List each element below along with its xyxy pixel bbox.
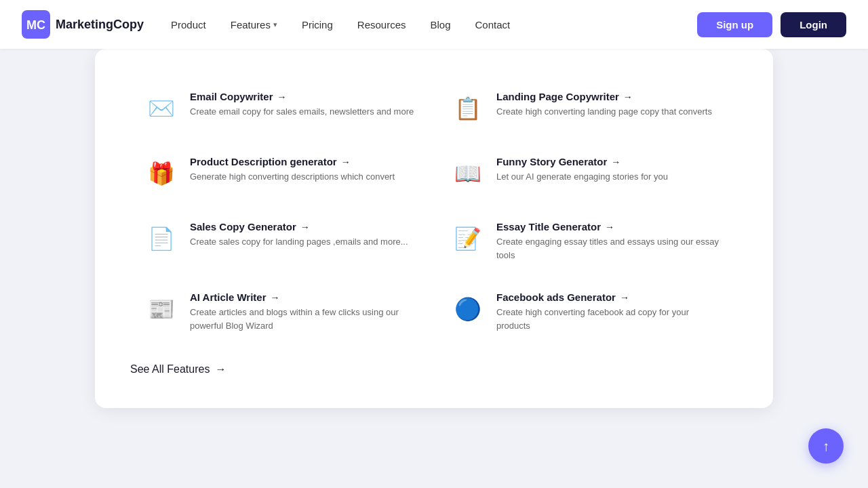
arrow-icon-4: → bbox=[300, 222, 310, 232]
logo-text: MarketingCopy bbox=[56, 18, 144, 32]
chevron-down-icon: ▾ bbox=[273, 20, 277, 29]
feature-item[interactable]: 📄 Sales Copy Generator → Create sales co… bbox=[127, 206, 434, 277]
arrow-icon-3: → bbox=[611, 157, 620, 167]
arrow-icon-7: → bbox=[620, 292, 629, 303]
logo[interactable]: MC MarketingCopy bbox=[22, 10, 144, 39]
feature-icon-4: 📄 bbox=[144, 221, 179, 256]
feature-content-6: AI Article Writer → Create articles and … bbox=[190, 291, 418, 332]
feature-content-4: Sales Copy Generator → Create sales copy… bbox=[190, 221, 408, 249]
feature-icon-2: 🎁 bbox=[144, 156, 179, 191]
feature-desc-5: Create engaging essay titles and essays … bbox=[496, 235, 724, 262]
feature-item[interactable]: 📝 Essay Title Generator → Create engagin… bbox=[434, 206, 741, 277]
feature-item[interactable]: 📋 Landing Page Copywriter → Create high … bbox=[434, 76, 741, 141]
feature-icon-6: 📰 bbox=[144, 291, 179, 327]
arrow-icon-0: → bbox=[277, 92, 287, 102]
feature-icon-0: ✉️ bbox=[144, 91, 179, 126]
signup-button[interactable]: Sign up bbox=[697, 12, 772, 37]
feature-desc-3: Let our AI generate engaging stories for… bbox=[496, 170, 668, 184]
features-dropdown: ✉️ Email Copywriter → Create email copy … bbox=[95, 49, 773, 408]
arrow-icon-1: → bbox=[623, 92, 633, 102]
arrow-icon-6: → bbox=[271, 292, 280, 303]
feature-item[interactable]: 🔵 Facebook ads Generator → Create high c… bbox=[434, 277, 741, 347]
feature-desc-4: Create sales copy for landing pages ,ema… bbox=[190, 235, 408, 249]
feature-desc-7: Create high converting facebook ad copy … bbox=[496, 306, 724, 332]
feature-icon-3: 📖 bbox=[450, 156, 486, 191]
feature-item[interactable]: 📰 AI Article Writer → Create articles an… bbox=[127, 277, 434, 347]
nav-features[interactable]: Features ▾ bbox=[231, 19, 277, 30]
svg-text:MC: MC bbox=[26, 18, 45, 32]
nav-actions: Sign up Login bbox=[697, 12, 846, 37]
feature-desc-2: Generate high converting descriptions wh… bbox=[190, 170, 395, 184]
feature-content-5: Essay Title Generator → Create engaging … bbox=[496, 221, 724, 262]
feature-title-1: Landing Page Copywriter → bbox=[496, 91, 712, 102]
feature-desc-0: Create email copy for sales emails, news… bbox=[190, 105, 414, 119]
feature-content-3: Funny Story Generator → Let our AI gener… bbox=[496, 156, 668, 184]
arrow-icon-5: → bbox=[605, 222, 614, 232]
feature-content-2: Product Description generator → Generate… bbox=[190, 156, 395, 184]
nav-blog[interactable]: Blog bbox=[431, 19, 451, 30]
nav-contact[interactable]: Contact bbox=[475, 19, 511, 30]
arrow-icon-2: → bbox=[341, 157, 351, 167]
nav-resources[interactable]: Resources bbox=[357, 19, 406, 30]
feature-icon-1: 📋 bbox=[450, 91, 486, 126]
login-button[interactable]: Login bbox=[781, 12, 846, 37]
feature-item[interactable]: 🎁 Product Description generator → Genera… bbox=[127, 141, 434, 206]
see-all-features-link[interactable]: See All Features → bbox=[127, 363, 741, 375]
feature-content-7: Facebook ads Generator → Create high con… bbox=[496, 291, 724, 332]
chevron-up-icon: ↑ bbox=[823, 439, 829, 454]
feature-desc-1: Create high converting landing page copy… bbox=[496, 105, 712, 119]
feature-title-3: Funny Story Generator → bbox=[496, 156, 668, 167]
nav-product[interactable]: Product bbox=[171, 19, 206, 30]
feature-title-7: Facebook ads Generator → bbox=[496, 291, 724, 303]
scroll-to-top-button[interactable]: ↑ bbox=[808, 428, 844, 464]
feature-title-6: AI Article Writer → bbox=[190, 291, 418, 303]
feature-title-5: Essay Title Generator → bbox=[496, 221, 724, 232]
feature-icon-7: 🔵 bbox=[450, 291, 486, 327]
feature-item[interactable]: 📖 Funny Story Generator → Let our AI gen… bbox=[434, 141, 741, 206]
feature-title-2: Product Description generator → bbox=[190, 156, 395, 167]
nav-links: Product Features ▾ Pricing Resources Blo… bbox=[171, 19, 697, 30]
arrow-right-icon: → bbox=[215, 363, 226, 375]
feature-icon-5: 📝 bbox=[450, 221, 486, 256]
feature-title-4: Sales Copy Generator → bbox=[190, 221, 408, 232]
nav-pricing[interactable]: Pricing bbox=[302, 19, 333, 30]
features-grid: ✉️ Email Copywriter → Create email copy … bbox=[127, 76, 741, 347]
feature-item[interactable]: ✉️ Email Copywriter → Create email copy … bbox=[127, 76, 434, 141]
feature-content-0: Email Copywriter → Create email copy for… bbox=[190, 91, 414, 119]
feature-title-0: Email Copywriter → bbox=[190, 91, 414, 102]
navbar: MC MarketingCopy Product Features ▾ Pric… bbox=[0, 0, 868, 49]
feature-content-1: Landing Page Copywriter → Create high co… bbox=[496, 91, 712, 119]
feature-desc-6: Create articles and blogs within a few c… bbox=[190, 306, 418, 332]
